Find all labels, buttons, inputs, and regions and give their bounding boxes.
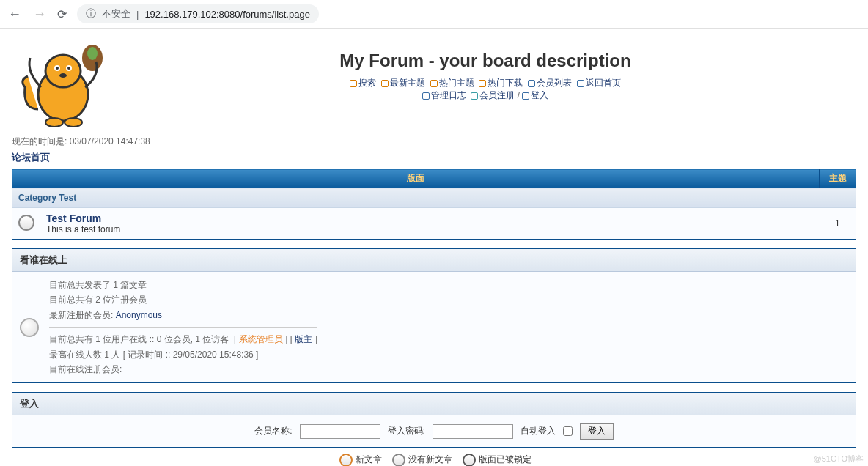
back-button[interactable]: ← (7, 7, 22, 22)
whos-online-title[interactable]: 看谁在线上 (12, 249, 856, 272)
logo[interactable] (12, 36, 114, 131)
hot-topics-icon (430, 80, 438, 87)
members-icon (528, 80, 535, 87)
svg-point-10 (65, 118, 82, 127)
forum-table: 版面 主题 Category Test Test Forum This is a… (12, 169, 856, 240)
whos-online-block: 看谁在线上 目前总共发表了 1 篇文章 目前总共有 2 位注册会员 最新注册的会… (12, 248, 856, 383)
login-title: 登入 (12, 393, 856, 415)
watermark: @51CTO博客 (814, 454, 864, 465)
col-topics: 主题 (820, 169, 856, 188)
nav-latest[interactable]: 最新主题 (390, 78, 425, 88)
topic-count: 1 (820, 208, 856, 240)
crumb-home[interactable]: 论坛首页 (12, 152, 50, 163)
autologin-label: 自动登入 (521, 425, 556, 437)
page-header: My Forum - your board description 搜索 最新主… (12, 36, 856, 131)
nav-admin-log[interactable]: 管理日志 (431, 90, 466, 100)
address-bar[interactable]: ⓘ 不安全 | 192.168.179.102:8080/forums/list… (77, 4, 319, 23)
home-icon (577, 80, 584, 87)
hot-dl-icon (479, 80, 486, 87)
forum-link[interactable]: Test Forum (46, 212, 101, 224)
latest-icon (381, 80, 389, 87)
nav-members[interactable]: 会员列表 (537, 78, 572, 88)
breadcrumb: 论坛首页 (12, 151, 856, 164)
nav-search[interactable]: 搜索 (358, 78, 376, 88)
no-new-posts-icon (392, 454, 405, 466)
password-label: 登入密码: (388, 425, 425, 437)
newest-member-link[interactable]: Anonymous (116, 310, 162, 320)
register-icon (471, 92, 478, 100)
forum-status-icon (12, 208, 41, 240)
security-label: 不安全 (102, 7, 130, 21)
current-time: 现在的时间是: 03/07/2020 14:47:38 (12, 136, 856, 148)
nav-register[interactable]: 会员注册 (479, 90, 515, 100)
svg-point-1 (87, 47, 98, 60)
username-input[interactable] (300, 424, 380, 439)
password-input[interactable] (433, 424, 513, 439)
svg-point-8 (59, 73, 67, 78)
board-title: My Forum - your board description (114, 51, 856, 71)
browser-toolbar: ← → ⟳ ⓘ 不安全 | 192.168.179.102:8080/forum… (0, 0, 868, 29)
nav-hot-topics[interactable]: 热门主题 (439, 78, 474, 88)
login-icon (522, 92, 529, 100)
username-label: 会员名称: (254, 425, 292, 437)
nav-login[interactable]: 登入 (531, 90, 548, 100)
forward-button: → (32, 7, 47, 22)
whos-online-icon (20, 318, 39, 337)
admin-icon (422, 92, 430, 100)
mod-legend[interactable]: 版主 (295, 334, 312, 344)
reload-button[interactable]: ⟳ (57, 7, 67, 21)
login-button[interactable]: 登入 (580, 423, 614, 440)
col-forum: 版面 (12, 169, 820, 188)
new-posts-icon (339, 454, 353, 466)
admin-legend[interactable]: 系统管理员 (239, 334, 283, 344)
locked-icon (463, 454, 476, 466)
svg-point-5 (56, 67, 59, 70)
svg-point-7 (67, 67, 70, 70)
login-block: 登入 会员名称: 登入密码: 自动登入 登入 (12, 392, 856, 448)
url-text: 192.168.179.102:8080/forums/list.page (144, 9, 310, 20)
whos-online-text: 目前总共发表了 1 篇文章 目前总共有 2 位注册会员 最新注册的会员: Ano… (49, 278, 317, 377)
nav-back-home[interactable]: 返回首页 (586, 78, 621, 88)
category-row[interactable]: Category Test (12, 188, 856, 208)
svg-point-9 (45, 118, 63, 127)
svg-point-3 (45, 55, 81, 87)
legend: 新文章 没有新文章 版面已被锁定 (12, 448, 856, 466)
forum-desc: This is a test forum (46, 224, 814, 234)
nav-hot-downloads[interactable]: 热门下载 (488, 78, 523, 88)
autologin-checkbox[interactable] (563, 426, 573, 436)
top-nav: 搜索 最新主题 热门主题 热门下载 会员列表 返回首页 管理日志 会员注册 / … (114, 77, 856, 102)
forum-row: Test Forum This is a test forum 1 (12, 208, 856, 240)
search-icon (350, 80, 357, 87)
info-icon: ⓘ (86, 7, 96, 21)
